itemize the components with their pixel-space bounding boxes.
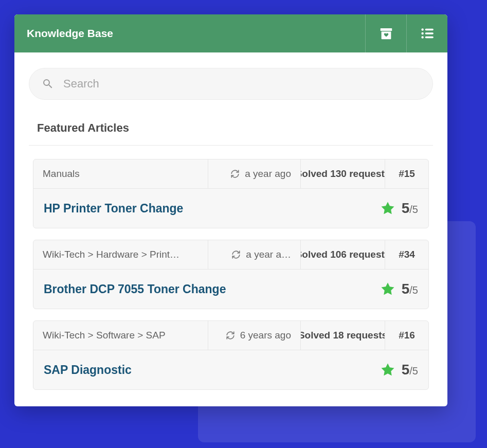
featured-section: Featured Articles Manuals a year ago So xyxy=(14,109,447,390)
refresh-icon xyxy=(226,331,235,340)
section-header: Featured Articles xyxy=(29,113,433,146)
breadcrumb-text: Wiki-Tech > Software > SAP xyxy=(43,330,166,341)
svg-point-1 xyxy=(421,28,424,31)
search-input[interactable] xyxy=(63,77,420,91)
svg-rect-0 xyxy=(380,28,392,31)
article-card[interactable]: Manuals a year ago Solved 130 requests #… xyxy=(33,159,429,228)
archive-button[interactable] xyxy=(365,14,406,52)
box-heart-icon xyxy=(378,26,394,41)
article-title[interactable]: SAP Diagnostic xyxy=(44,363,374,377)
article-solved: Solved 130 requests xyxy=(301,159,385,188)
refresh-icon xyxy=(231,250,241,259)
article-rank: #34 xyxy=(385,240,428,269)
article-meta-row: Manuals a year ago Solved 130 requests #… xyxy=(33,159,428,188)
search-icon xyxy=(42,78,54,90)
rating-value: 5 xyxy=(402,281,410,297)
updated-text: a year ago xyxy=(245,168,291,180)
updated-text: a year a… xyxy=(246,249,291,260)
rating-value: 5 xyxy=(402,362,410,378)
refresh-icon xyxy=(230,169,240,178)
article-title[interactable]: Brother DCP 7055 Toner Change xyxy=(44,282,374,296)
article-breadcrumb: Manuals xyxy=(33,159,208,188)
article-card[interactable]: Wiki-Tech > Software > SAP 6 years ago S… xyxy=(33,320,429,390)
article-rating: 5 /5 xyxy=(402,281,418,297)
svg-rect-2 xyxy=(425,29,433,31)
article-breadcrumb: Wiki-Tech > Software > SAP xyxy=(33,321,208,350)
list-view-button[interactable] xyxy=(406,14,447,52)
rating-value: 5 xyxy=(402,200,410,217)
svg-rect-4 xyxy=(425,32,433,34)
article-updated: a year a… xyxy=(208,240,301,269)
breadcrumb-text: Manuals xyxy=(43,168,80,180)
search-container xyxy=(14,52,447,109)
rating-max: /5 xyxy=(409,204,418,216)
article-rank: #16 xyxy=(385,321,428,350)
svg-rect-6 xyxy=(425,37,433,39)
article-meta-row: Wiki-Tech > Hardware > Print… a year a… … xyxy=(33,240,428,269)
star-icon xyxy=(380,362,395,378)
updated-text: 6 years ago xyxy=(240,330,291,341)
article-rating: 5 /5 xyxy=(402,200,418,217)
svg-point-5 xyxy=(421,36,424,39)
article-meta-row: Wiki-Tech > Software > SAP 6 years ago S… xyxy=(33,321,428,350)
rating-max: /5 xyxy=(409,365,418,377)
article-solved: Solved 18 requests xyxy=(301,321,385,350)
header-bar: Knowledge Base xyxy=(14,14,447,52)
svg-point-3 xyxy=(421,32,424,35)
article-rating: 5 /5 xyxy=(402,362,418,378)
article-updated: a year ago xyxy=(208,159,301,188)
search-bar[interactable] xyxy=(29,68,433,100)
article-card[interactable]: Wiki-Tech > Hardware > Print… a year a… … xyxy=(33,240,429,309)
article-updated: 6 years ago xyxy=(208,321,301,350)
section-title: Featured Articles xyxy=(37,121,425,135)
star-icon xyxy=(380,281,395,297)
knowledge-base-window: Knowledge Base xyxy=(14,14,447,406)
list-icon xyxy=(420,26,435,41)
article-solved: Solved 106 requests xyxy=(301,240,385,269)
article-rank: #15 xyxy=(385,159,428,188)
page-title: Knowledge Base xyxy=(14,14,365,52)
breadcrumb-text: Wiki-Tech > Hardware > Print… xyxy=(43,249,179,260)
article-body: Brother DCP 7055 Toner Change 5 /5 xyxy=(33,269,428,309)
article-body: SAP Diagnostic 5 /5 xyxy=(33,350,428,389)
article-title[interactable]: HP Printer Toner Change xyxy=(44,202,374,216)
article-breadcrumb: Wiki-Tech > Hardware > Print… xyxy=(33,240,208,269)
article-body: HP Printer Toner Change 5 /5 xyxy=(33,188,428,228)
rating-max: /5 xyxy=(409,284,418,296)
star-icon xyxy=(380,201,395,216)
